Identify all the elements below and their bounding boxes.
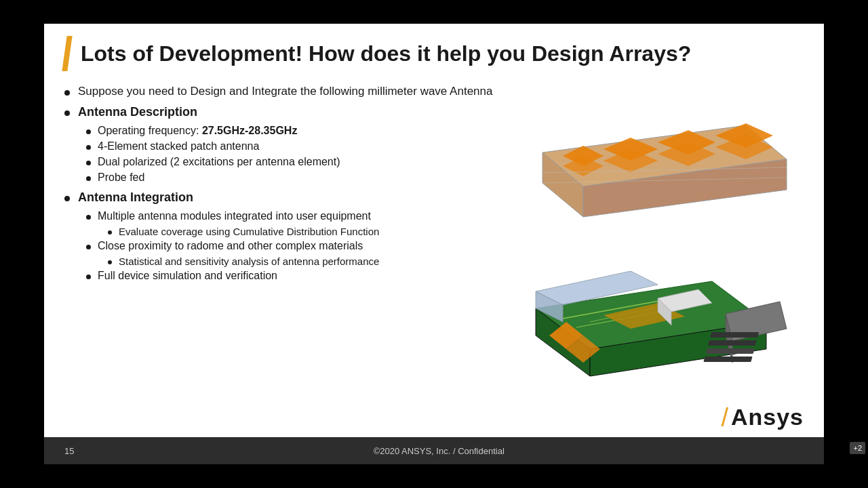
ansys-logo: / Ansys — [721, 404, 804, 430]
antenna-probe: Probe fed — [86, 171, 498, 184]
ansys-name: Ansys — [731, 404, 804, 430]
int-coverage: Evaluate coverage using Cumulative Distr… — [108, 226, 498, 237]
svg-rect-26 — [706, 348, 755, 354]
polarized-text: Dual polarized (2 excitations per antenn… — [98, 156, 340, 168]
antenna-freq: Operating frequency: 27.5GHz-28.35GHz — [86, 125, 498, 137]
bullet-dot — [86, 176, 91, 181]
bullet-dot — [64, 196, 70, 201]
bullet-dot — [108, 230, 112, 235]
int-full-device: Full device simulation and verification — [86, 270, 498, 282]
svg-rect-27 — [703, 357, 752, 362]
title-bar: Lots of Development! How does it help yo… — [44, 24, 824, 78]
freq-value: 27.5GHz-28.35GHz — [202, 125, 298, 136]
modules-text: Multiple antenna modules integrated into… — [98, 210, 371, 222]
bullet-dot — [64, 90, 70, 96]
bullet-dot — [86, 161, 91, 165]
bullet-dot — [86, 215, 91, 220]
image-column — [512, 85, 804, 430]
intro-text: Suppose you need to Design and Integrate… — [78, 85, 492, 98]
antenna-int-items: Multiple antenna modules integrated into… — [64, 210, 498, 282]
int-modules: Multiple antenna modules integrated into… — [86, 210, 498, 222]
bullet-dot — [86, 129, 91, 134]
antenna-desc-items: Operating frequency: 27.5GHz-28.35GHz 4-… — [64, 125, 498, 184]
int-proximity: Close proximity to radome and other comp… — [86, 240, 498, 252]
freq-label: Operating frequency: 27.5GHz-28.35GHz — [98, 125, 297, 137]
element-text: 4-Element stacked patch antenna — [98, 140, 259, 152]
svg-rect-25 — [708, 340, 757, 346]
bullet-antenna-desc: Antenna Description — [64, 105, 498, 119]
slide: Lots of Development! How does it help yo… — [44, 24, 824, 464]
title-slash-icon — [62, 36, 72, 71]
slide-content: Suppose you need to Design and Integrate… — [44, 78, 824, 437]
probe-text: Probe fed — [98, 171, 144, 184]
bullet-intro: Suppose you need to Design and Integrate… — [64, 85, 498, 98]
coverage-text: Evaluate coverage using Cumulative Distr… — [119, 226, 379, 237]
antenna-desc-header: Antenna Description — [78, 105, 197, 119]
copyright: ©2020 ANSYS, Inc. / Confidential — [374, 446, 505, 456]
text-column: Suppose you need to Design and Integrate… — [64, 85, 512, 430]
antenna-int-header: Antenna Integration — [78, 190, 193, 205]
antenna-element: 4-Element stacked patch antenna — [86, 140, 498, 152]
nav-indicator[interactable]: +2 — [850, 442, 865, 454]
statistical-text: Statistical and sensitivity analysis of … — [119, 256, 379, 267]
antenna-array-image — [522, 112, 793, 247]
svg-rect-24 — [710, 332, 759, 338]
antenna-polarized: Dual polarized (2 excitations per antenn… — [86, 156, 498, 168]
page-number: 15 — [64, 446, 74, 456]
bullet-antenna-int: Antenna Integration — [64, 190, 498, 205]
ansys-slash-icon: / — [721, 405, 728, 430]
slide-footer: 15 ©2020 ANSYS, Inc. / Confidential — [44, 437, 824, 464]
device-integration-image — [522, 254, 793, 403]
proximity-text: Close proximity to radome and other comp… — [98, 240, 363, 252]
slide-title: Lots of Development! How does it help yo… — [81, 41, 691, 66]
bullet-dot — [86, 145, 91, 150]
bullet-dot — [86, 245, 91, 249]
bullet-dot — [86, 274, 91, 279]
int-statistical: Statistical and sensitivity analysis of … — [108, 256, 498, 267]
bullet-dot — [64, 110, 70, 116]
bullet-dot — [108, 260, 112, 264]
full-device-text: Full device simulation and verification — [98, 270, 277, 282]
